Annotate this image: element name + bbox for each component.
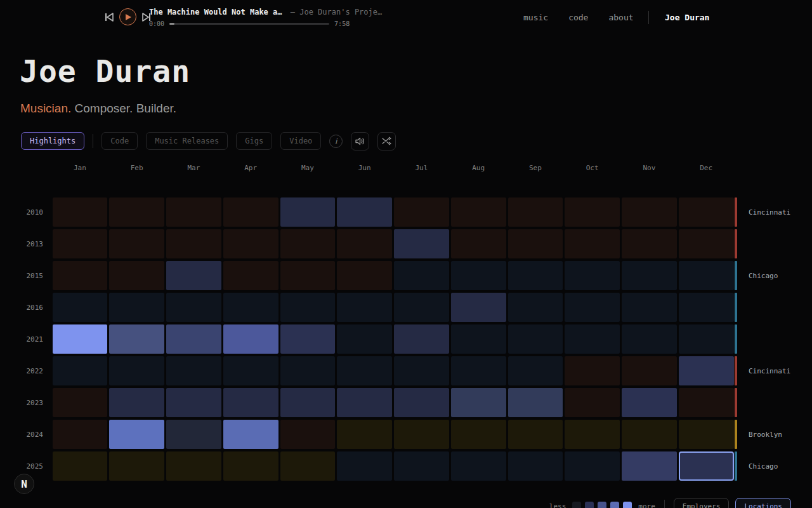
tab-code[interactable]: Code	[102, 132, 138, 150]
heatmap-cell-2010-may[interactable]	[280, 197, 336, 227]
heatmap-cell-2016-jul[interactable]	[394, 293, 449, 322]
heatmap-cell-2010-aug[interactable]	[451, 197, 506, 227]
heatmap-cell-2023-may[interactable]	[280, 388, 336, 417]
heatmap-cell-2016-dec[interactable]	[679, 293, 734, 322]
heatmap-cell-2013-apr[interactable]	[223, 229, 278, 258]
heatmap-cell-2015-mar[interactable]	[166, 261, 221, 290]
heatmap-cell-2015-jul[interactable]	[394, 261, 449, 290]
heatmap-cell-2013-aug[interactable]	[451, 229, 506, 258]
heatmap-cell-2024-jul[interactable]	[394, 420, 449, 449]
heatmap-cell-2021-oct[interactable]	[565, 324, 620, 354]
heatmap-cell-2016-jun[interactable]	[337, 293, 392, 322]
heatmap-cell-2021-may[interactable]	[280, 324, 336, 354]
heatmap-cell-2010-jul[interactable]	[394, 197, 449, 227]
heatmap-cell-2016-feb[interactable]	[109, 293, 164, 322]
heatmap-cell-2015-dec[interactable]	[679, 261, 734, 290]
nav-link-music[interactable]: music	[523, 13, 548, 22]
heatmap-cell-2025-aug[interactable]	[451, 451, 506, 481]
heatmap-cell-2013-feb[interactable]	[109, 229, 164, 258]
heatmap-cell-2022-jun[interactable]	[337, 356, 392, 385]
heatmap-cell-2016-jan[interactable]	[53, 293, 108, 322]
heatmap-cell-2024-feb[interactable]	[109, 420, 164, 449]
heatmap-cell-2016-mar[interactable]	[166, 293, 221, 322]
heatmap-cell-2024-aug[interactable]	[451, 420, 506, 449]
heatmap-cell-2015-may[interactable]	[280, 261, 336, 290]
heatmap-cell-2024-mar[interactable]	[166, 420, 221, 449]
heatmap-cell-2013-mar[interactable]	[166, 229, 221, 258]
heatmap-cell-2010-jun[interactable]	[337, 197, 392, 227]
heatmap-cell-2010-mar[interactable]	[166, 197, 221, 227]
heatmap-cell-2025-dec[interactable]	[679, 451, 734, 481]
heatmap-cell-2021-apr[interactable]	[223, 324, 278, 354]
heatmap-cell-2023-aug[interactable]	[451, 388, 506, 417]
heatmap-cell-2016-apr[interactable]	[223, 293, 278, 322]
heatmap-cell-2025-apr[interactable]	[223, 451, 278, 481]
heatmap-cell-2022-mar[interactable]	[166, 356, 221, 385]
heatmap-cell-2023-feb[interactable]	[109, 388, 164, 417]
tab-video[interactable]: Video	[280, 132, 321, 150]
heatmap-cell-2025-may[interactable]	[280, 451, 336, 481]
heatmap-cell-2021-jul[interactable]	[394, 324, 449, 354]
heatmap-cell-2021-dec[interactable]	[679, 324, 734, 354]
tab-music-releases[interactable]: Music Releases	[146, 132, 228, 150]
heatmap-cell-2015-jan[interactable]	[53, 261, 108, 290]
heatmap-cell-2022-apr[interactable]	[223, 356, 278, 385]
heatmap-cell-2023-nov[interactable]	[622, 388, 677, 417]
heatmap-cell-2021-nov[interactable]	[622, 324, 677, 354]
heatmap-cell-2023-mar[interactable]	[166, 388, 221, 417]
heatmap-cell-2022-feb[interactable]	[109, 356, 164, 385]
heatmap-cell-2023-dec[interactable]	[679, 388, 734, 417]
heatmap-cell-2022-jan[interactable]	[53, 356, 108, 385]
employers-toggle-button[interactable]: Employers	[674, 498, 730, 508]
heatmap-cell-2010-oct[interactable]	[565, 197, 620, 227]
heatmap-cell-2023-sep[interactable]	[508, 388, 563, 417]
heatmap-cell-2010-nov[interactable]	[622, 197, 677, 227]
heatmap-cell-2024-nov[interactable]	[622, 420, 677, 449]
heatmap-cell-2021-jun[interactable]	[337, 324, 392, 354]
heatmap-cell-2010-sep[interactable]	[508, 197, 563, 227]
heatmap-cell-2022-dec[interactable]	[679, 356, 734, 385]
shuffle-button[interactable]	[377, 132, 396, 150]
heatmap-cell-2015-feb[interactable]	[109, 261, 164, 290]
mute-toggle-button[interactable]	[351, 132, 369, 150]
heatmap-cell-2024-dec[interactable]	[679, 420, 734, 449]
heatmap-cell-2015-oct[interactable]	[565, 261, 620, 290]
heatmap-cell-2013-dec[interactable]	[679, 229, 734, 258]
heatmap-cell-2013-oct[interactable]	[565, 229, 620, 258]
heatmap-cell-2024-jan[interactable]	[53, 420, 108, 449]
heatmap-cell-2022-aug[interactable]	[451, 356, 506, 385]
heatmap-cell-2024-oct[interactable]	[565, 420, 620, 449]
nextjs-badge[interactable]: N	[14, 474, 34, 494]
heatmap-cell-2013-jun[interactable]	[337, 229, 392, 258]
info-button[interactable]: i	[329, 135, 343, 148]
heatmap-cell-2013-sep[interactable]	[508, 229, 563, 258]
heatmap-cell-2021-mar[interactable]	[166, 324, 221, 354]
heatmap-cell-2025-oct[interactable]	[565, 451, 620, 481]
heatmap-cell-2016-sep[interactable]	[508, 293, 563, 322]
heatmap-cell-2025-mar[interactable]	[166, 451, 221, 481]
heatmap-cell-2013-jul[interactable]	[394, 229, 449, 258]
heatmap-cell-2010-dec[interactable]	[679, 197, 734, 227]
heatmap-cell-2023-jul[interactable]	[394, 388, 449, 417]
heatmap-cell-2023-apr[interactable]	[223, 388, 278, 417]
heatmap-cell-2024-apr[interactable]	[223, 420, 278, 449]
heatmap-cell-2015-nov[interactable]	[622, 261, 677, 290]
tab-highlights[interactable]: Highlights	[21, 132, 84, 150]
heatmap-cell-2013-may[interactable]	[280, 229, 336, 258]
heatmap-cell-2022-oct[interactable]	[565, 356, 620, 385]
heatmap-cell-2023-jun[interactable]	[337, 388, 392, 417]
seek-bar[interactable]	[169, 23, 329, 25]
heatmap-cell-2025-nov[interactable]	[622, 451, 677, 481]
heatmap-cell-2016-nov[interactable]	[622, 293, 677, 322]
heatmap-cell-2021-feb[interactable]	[109, 324, 164, 354]
heatmap-cell-2015-apr[interactable]	[223, 261, 278, 290]
heatmap-cell-2025-jul[interactable]	[394, 451, 449, 481]
heatmap-cell-2022-sep[interactable]	[508, 356, 563, 385]
heatmap-cell-2015-jun[interactable]	[337, 261, 392, 290]
heatmap-cell-2016-may[interactable]	[280, 293, 336, 322]
heatmap-cell-2016-oct[interactable]	[565, 293, 620, 322]
heatmap-cell-2010-feb[interactable]	[109, 197, 164, 227]
nav-link-about[interactable]: about	[608, 13, 633, 22]
heatmap-cell-2022-jul[interactable]	[394, 356, 449, 385]
heatmap-cell-2021-jan[interactable]	[53, 324, 108, 354]
